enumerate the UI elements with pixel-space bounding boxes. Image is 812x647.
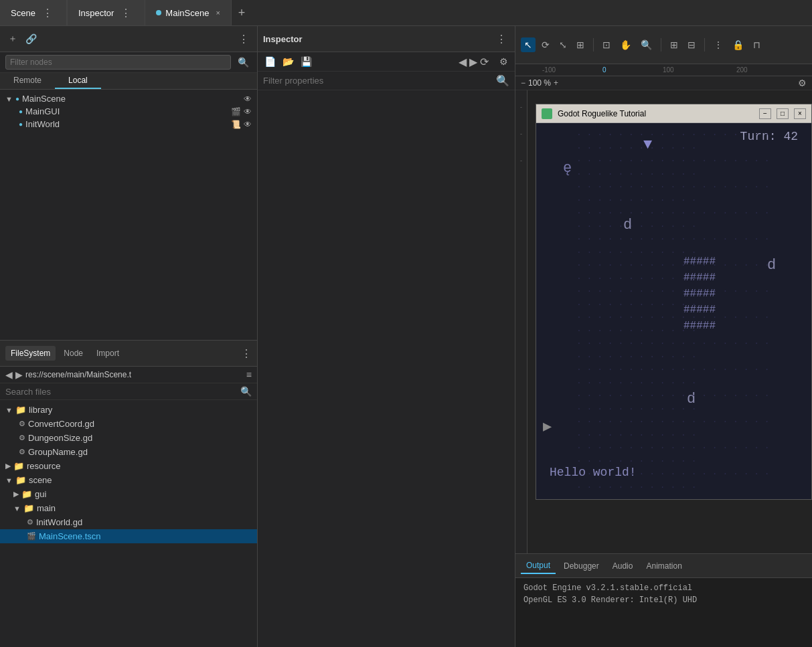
visibility-icon-maingui[interactable]: 👁 [244,107,252,116]
zoom-minus-button[interactable]: − [521,78,525,88]
grid-button[interactable]: ⊞ [667,37,681,52]
inspector-forward-btn[interactable]: ▶ [469,56,477,68]
fs-item-resource[interactable]: ▶ 📁 resource [0,459,257,473]
turn-display: Turn: 42 [740,130,798,143]
tree-node-maingui[interactable]: ● MainGUI 🎬 👁 [0,105,257,118]
tab-debugger[interactable]: Debugger [558,559,604,573]
scale-tool-button[interactable]: ⤡ [556,37,570,52]
fs-item-convertcoord[interactable]: ⚙ ConvertCoord.gd [0,417,257,431]
inspector-container: Inspector ⋮ 📄 📂 💾 ◀ ▶ ⟳ ⚙ 🔍 [258,26,515,647]
fs-item-library[interactable]: ▼ 📁 library [0,403,257,417]
scene-search-bar: 🔍 [0,52,257,73]
transform-tool-button[interactable]: ⊞ [573,37,588,52]
viewport-options-button[interactable]: ⚙ [798,78,807,88]
fs-item-groupname[interactable]: ⚙ GroupName.gd [0,445,257,459]
filter-search-button[interactable]: 🔍 [235,56,252,69]
node-name-maingui: MainGUI [25,106,228,116]
script-icon-initworld: ⚙ [27,518,33,527]
fs-item-gui[interactable]: ▶ 📁 gui [0,487,257,501]
tab-remote[interactable]: Remote [0,73,55,89]
more-tools-button[interactable]: ⋮ [710,37,726,52]
game-window[interactable]: Godot Roguelike Tutorial − □ × Turn: 42 … [536,104,812,500]
tab-scene[interactable]: Scene ⋮ [0,0,67,25]
toolbar-sep-3 [704,38,705,52]
layout-button[interactable]: ⊟ [684,37,699,52]
fs-item-initworld-gd[interactable]: ⚙ InitWorld.gd [0,515,257,529]
visibility-icon-initworld[interactable]: 👁 [244,120,252,129]
zoom-button[interactable]: 🔍 [637,37,655,52]
snap-button[interactable]: ⊡ [599,37,614,52]
filter-nodes-input[interactable] [5,55,231,70]
enemy-d-bottom: d [687,391,696,407]
zoom-plus-button[interactable]: + [554,78,558,88]
viewport-canvas[interactable]: - - - Godot Roguelike Tutorial − □ × Tur… [515,90,812,553]
tab-filesystem[interactable]: FileSystem [5,346,56,361]
filter-properties-input[interactable] [263,76,496,86]
select-tool-button[interactable]: ↖ [521,37,536,52]
pan-button[interactable]: ✋ [617,37,635,52]
wall-row-1: ##### [683,254,716,270]
scene-menu-button[interactable]: ⋮ [236,31,252,47]
tab-main-scene[interactable]: MainScene × [145,0,231,25]
tree-node-initworld[interactable]: ● InitWorld 📜 👁 [0,118,257,130]
ruler-mark-0: 0 [602,66,606,74]
fs-item-main[interactable]: ▼ 📁 main [0,501,257,515]
path-back-button[interactable]: ◀ [5,369,13,380]
inspector-title: Inspector [263,34,493,44]
filesystem-menu-button[interactable]: ⋮ [241,347,252,360]
fs-name-main: main [37,503,56,513]
wall-blocks: ##### ##### ##### ##### ##### [683,254,716,334]
expand-arrow-library: ▼ [5,406,13,414]
play-button[interactable]: ▶ [543,418,552,436]
tab-inspector[interactable]: Inspector ⋮ [67,0,145,25]
minimize-button[interactable]: − [759,108,771,119]
tree-node-mainscene[interactable]: ▼ ● MainScene 👁 [0,92,257,105]
vruler-mark-neg100: - [520,104,522,110]
inspector-menu-button[interactable]: ⋮ [493,31,509,47]
tab-node[interactable]: Node [58,346,88,361]
open-script-button[interactable]: 📂 [281,55,295,68]
console-tabs: Output Debugger Audio Animation [515,554,812,578]
expand-arrow-scene: ▼ [5,476,13,484]
toolbar-sep-1 [593,38,594,52]
tab-import[interactable]: Import [91,346,125,361]
tab-audio[interactable]: Audio [607,559,639,573]
rotate-tool-button[interactable]: ⟳ [538,37,553,52]
add-tab-button[interactable]: + [232,0,252,25]
tab-local[interactable]: Local [55,73,101,89]
lock-button[interactable]: 🔒 [729,37,747,52]
script-icon-dungeonsize: ⚙ [19,434,25,442]
fs-name-scene: scene [29,475,52,485]
folder-icon-main: 📁 [23,503,34,513]
inspector-options-button[interactable]: ⚙ [498,55,509,68]
save-script-button[interactable]: 💾 [299,55,313,68]
maximize-button[interactable]: □ [777,108,789,119]
tab-scene-menu[interactable]: ⋮ [39,5,56,21]
expand-arrow-resource: ▶ [5,462,11,470]
script-icon-groupname: ⚙ [19,448,25,456]
tab-animation[interactable]: Animation [641,559,687,573]
new-script-button[interactable]: 📄 [263,55,277,68]
fs-item-scene[interactable]: ▼ 📁 scene [0,473,257,487]
tab-inspector-menu[interactable]: ⋮ [118,5,134,21]
filesystem-tree: ▼ 📁 library ⚙ ConvertCoord.gd ⚙ DungeonS… [0,400,257,647]
add-node-button[interactable]: ＋ [5,31,20,46]
tab-output[interactable]: Output [521,558,556,574]
inspector-back-btn[interactable]: ◀ [459,56,467,68]
player-arrow-indicator: ▼ [643,136,652,153]
group-button[interactable]: ⊓ [750,37,764,52]
wall-row-4: ##### [683,302,716,318]
script-icon-convertcoord: ⚙ [19,420,25,428]
fs-item-dungeonsize[interactable]: ⚙ DungeonSize.gd [0,431,257,445]
search-files-input[interactable] [5,387,240,397]
path-forward-button[interactable]: ▶ [15,369,23,380]
visibility-icon-mainscene[interactable]: 👁 [244,94,252,104]
fs-item-mainscene-tscn[interactable]: 🎬 MainScene.tscn [0,529,257,543]
tab-close-btn[interactable]: × [216,9,220,17]
vruler-mark-100: - [520,157,522,164]
inspector-history-btn[interactable]: ⟳ [480,56,489,68]
map-dots: · · · · · · · · · · · · · · · · · · · · … [536,123,811,446]
link-node-button[interactable]: 🔗 [23,32,39,45]
close-window-button[interactable]: × [794,108,806,119]
flatten-button[interactable]: ≡ [246,369,252,380]
